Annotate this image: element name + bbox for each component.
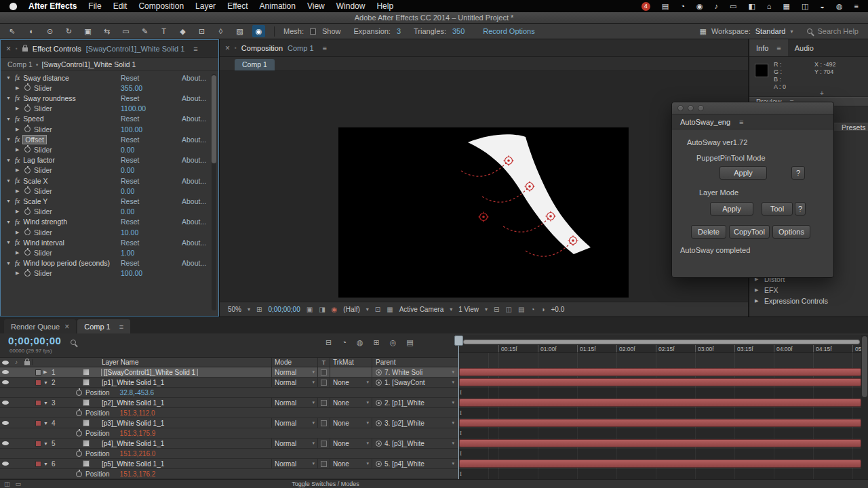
track-row[interactable]: I [458, 439, 861, 449]
pickwhip-icon[interactable] [376, 461, 382, 467]
effect-about-button[interactable]: About... [182, 115, 206, 123]
property-value[interactable]: 151.3,216.0 [120, 450, 156, 458]
workspace-dropdown[interactable]: Standard [755, 27, 786, 35]
effect-name[interactable]: Offset [23, 136, 46, 144]
property-value[interactable]: 32.8,-453.6 [120, 389, 155, 396]
exposure-value[interactable]: +0.0 [551, 306, 564, 313]
menubar-status-icon[interactable]: ◍ [836, 2, 843, 11]
menubar-status-icon[interactable]: ♪ [715, 2, 719, 10]
record-options-button[interactable]: Record Options [483, 27, 534, 35]
mode-dropdown[interactable]: Normal ▾ [271, 439, 317, 448]
eye-icon[interactable] [2, 462, 9, 466]
parent-dropdown[interactable]: 1. [SwayCont ▾ [372, 378, 458, 387]
effect-about-button[interactable]: About... [182, 197, 206, 205]
effect-header-row[interactable]: ▼ fx Offset Reset About... [1, 134, 210, 144]
track-row[interactable]: I [458, 418, 861, 428]
twirl-closed-icon[interactable]: ▶ [755, 298, 760, 304]
draft-3d-icon[interactable]: ◔ [342, 338, 347, 347]
composition-tabbar[interactable]: × ▪ Composition Comp 1 ≡ [220, 39, 748, 57]
label-chip[interactable] [35, 400, 41, 406]
zoom-traffic-icon[interactable] [698, 105, 704, 111]
effect-slider-row[interactable]: ▶ Slider 10.00 [1, 227, 210, 237]
effect-about-button[interactable]: About... [182, 136, 206, 144]
viewer-timecode[interactable]: 0;00;00;00 [268, 306, 300, 313]
twirl-open-icon[interactable]: ▼ [6, 220, 12, 224]
flowchart-icon[interactable]: ◔ [530, 306, 534, 313]
effect-name[interactable]: Scale X [23, 177, 47, 185]
timeline-row[interactable]: ▾ ▾ ▾ [0, 428, 458, 439]
t-switch[interactable] [321, 461, 327, 467]
column-trkmat[interactable]: TrkMat [330, 358, 372, 367]
twirl-open-icon[interactable]: ▼ [6, 75, 12, 80]
effect-reset-button[interactable]: Reset [121, 115, 139, 123]
effect-reset-button[interactable]: Reset [121, 218, 139, 226]
twirl-icon[interactable]: ▼ [43, 462, 52, 466]
hide-shy-icon[interactable]: ◍ [357, 338, 363, 347]
effect-header-row[interactable]: ▼ fx Scale Y Reset About... [1, 196, 210, 206]
twirl-closed-icon[interactable]: ▶ [16, 106, 21, 111]
stopwatch-icon[interactable] [24, 249, 31, 256]
menu-item[interactable]: Help [376, 1, 393, 11]
slider-value[interactable]: 0.00 [121, 207, 134, 216]
menubar-status-icon[interactable]: ≡ [854, 2, 859, 10]
effect-reset-button[interactable]: Reset [121, 94, 139, 102]
track-row[interactable]: I [458, 378, 861, 388]
twirl-open-icon[interactable]: ▼ [6, 158, 12, 163]
fx-icon[interactable]: fx [15, 197, 20, 205]
current-timecode[interactable]: 0;00;00;00 [8, 335, 61, 346]
stopwatch-icon[interactable] [76, 430, 82, 436]
track-row[interactable]: I [458, 449, 861, 459]
timeline-row[interactable]: ▾ ▾ ▾ [0, 388, 458, 398]
tab-effect-controls[interactable]: Effect Controls [33, 45, 81, 53]
slider-value[interactable]: 1100.00 [121, 104, 146, 113]
menubar-status-icon[interactable]: ⌂ [767, 2, 772, 10]
timeline-row[interactable]: ▾ ▾ ▾ [0, 408, 458, 418]
grid-guides-icon[interactable]: ⊞ [256, 306, 262, 313]
fx-icon[interactable]: fx [15, 136, 20, 143]
stopwatch-icon[interactable] [24, 126, 31, 132]
pen-tool[interactable]: ✎ [138, 25, 151, 37]
slider-param-label[interactable]: Slider [34, 125, 52, 134]
effect-reset-button[interactable]: Reset [121, 197, 139, 205]
composition-canvas[interactable] [338, 127, 629, 298]
tool-button[interactable]: Tool [762, 202, 793, 216]
twirl-open-icon[interactable]: ▼ [6, 137, 12, 142]
effect-name[interactable]: Speed [23, 115, 43, 123]
selection-tool[interactable]: ⇖ [5, 25, 18, 37]
stopwatch-icon[interactable] [76, 471, 82, 477]
stopwatch-icon[interactable] [24, 106, 31, 112]
slider-value[interactable]: 100.00 [121, 269, 142, 277]
panel-menu-icon[interactable]: ≡ [119, 323, 123, 331]
slider-param-label[interactable]: Slider [34, 207, 52, 216]
slider-value[interactable]: 355.00 [121, 84, 142, 92]
slider-param-label[interactable]: Slider [34, 228, 52, 237]
effect-about-button[interactable]: About... [182, 94, 206, 102]
effect-name[interactable]: Scale Y [23, 197, 47, 205]
puppet-pin[interactable] [479, 212, 489, 222]
apply-puppet-button[interactable]: Apply [719, 166, 767, 180]
stopwatch-icon[interactable] [76, 451, 82, 457]
menu-item[interactable]: Effect [227, 1, 248, 11]
parent-dropdown[interactable]: 3. [p2]_White ▾ [372, 418, 458, 428]
twirl-open-icon[interactable]: ▼ [6, 178, 12, 183]
slider-value[interactable]: 1.00 [121, 249, 134, 257]
effect-reset-button[interactable]: Reset [121, 136, 139, 144]
effect-name[interactable]: Sway roundness [23, 94, 76, 102]
effect-header-row[interactable]: ▼ fx Wind loop period (seconds) Reset Ab… [1, 258, 210, 268]
parent-dropdown[interactable]: 4. [p3]_White ▾ [372, 439, 458, 448]
effect-about-button[interactable]: About... [182, 177, 206, 185]
clone-stamp-tool[interactable]: ⊡ [195, 25, 208, 37]
effect-about-button[interactable]: About... [182, 218, 206, 226]
app-menu[interactable]: After Effects [28, 1, 77, 11]
property-name[interactable]: Position [85, 450, 110, 458]
show-snapshot-icon[interactable]: ◨ [319, 306, 325, 313]
twirl-open-icon[interactable]: ▼ [6, 117, 12, 121]
t-switch[interactable] [321, 400, 327, 406]
stopwatch-icon[interactable] [24, 209, 31, 215]
autosway-titlebar[interactable] [672, 102, 833, 115]
presets-item-label[interactable]: EFX [764, 286, 778, 294]
effect-name[interactable]: Lag factor [23, 156, 55, 164]
eye-icon[interactable] [2, 380, 9, 384]
effect-reset-button[interactable]: Reset [121, 239, 139, 247]
effect-slider-row[interactable]: ▶ Slider 100.00 [1, 124, 210, 134]
